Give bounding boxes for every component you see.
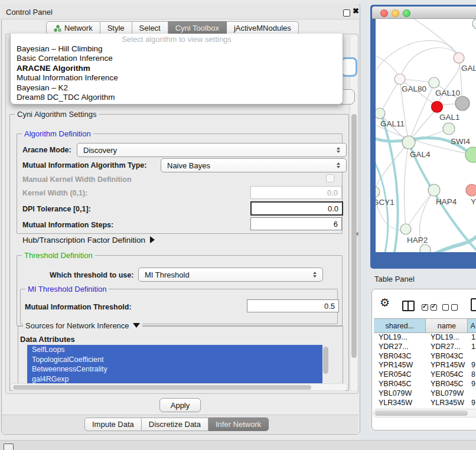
table-row[interactable]: YLR345WYLR345W9. [374,399,476,408]
deselect-all-columns-icon[interactable] [442,302,460,313]
mi-steps-label: Mutual Information Steps: [22,221,113,229]
threshold-legend: Threshold Definition [22,251,95,260]
data-attributes-list[interactable]: SelfLoopsTopologicalCoefficientBetweenne… [27,345,322,384]
which-threshold-select[interactable]: MI Threshold [138,268,323,282]
algorithm-item[interactable]: ARACNE Algorithm [11,64,343,73]
close-panel-icon[interactable]: ✖ [353,6,359,15]
split-columns-icon[interactable] [402,301,415,311]
mi-steps-input[interactable]: 6 [250,217,342,230]
table-cell: YBR045C [427,380,469,389]
algorithm-item[interactable]: Mutual Information Inference [11,73,343,83]
table-row[interactable]: YPR145WYPR145W9. [374,361,476,370]
table-row[interactable]: YIL052CYIL052C9 [374,407,476,408]
split-pane-collapse-icon[interactable] [356,231,358,236]
control-panel-titlebar[interactable] [1,4,359,19]
table-row[interactable]: YDR27...YDR27...12 [374,343,476,352]
node-label: SWI4 [451,137,470,146]
network-edge [376,142,409,188]
table-row[interactable]: YDL19...YDL19...13 [374,333,476,343]
which-threshold-label: Which threshold to use: [50,271,133,279]
float-panel-icon[interactable] [343,9,350,17]
network-node[interactable] [466,184,476,196]
dpi-tolerance-input[interactable]: 0.0 [250,201,343,216]
network-graph[interactable]: GALGAL80GAL10GAL1GAL11SWI4GAL4GCY1HAP4YH… [376,19,476,252]
table-cell: YBL079W [374,389,427,399]
tab-impute-data[interactable]: Impute Data [84,418,142,431]
table-row[interactable]: YBL079WYBL079W [374,389,476,399]
minimize-traffic-light[interactable] [392,9,399,17]
network-node[interactable] [455,96,470,110]
tab-style[interactable]: Style [100,21,132,35]
column-header[interactable]: name [426,318,468,333]
select-all-columns-icon[interactable] [422,302,439,313]
network-node[interactable] [432,102,443,113]
algorithm-item[interactable]: Dream8 DC_TDC Algorithm [11,93,343,102]
control-panel-title: Control Panel [6,8,53,17]
table-row[interactable]: YBR045CYBR045C9. [374,380,476,389]
table-cell: YIL052C [374,407,427,408]
stepper-icon [337,162,340,168]
table-cell [469,352,476,361]
tab-label: Style [107,24,125,32]
column-header[interactable]: A [468,318,476,333]
network-node[interactable] [376,187,380,197]
network-node[interactable] [472,19,476,29]
algorithm-item[interactable]: Bayesian – K2 [11,83,343,93]
table-cell: YER054C [427,370,469,380]
attribute-item[interactable]: SelfLoops [27,345,322,355]
manual-kernel-checkbox[interactable] [326,174,334,182]
which-threshold-value: MI Threshold [145,270,309,279]
apply-button[interactable]: Apply [159,398,201,412]
attribute-item[interactable]: BetweennessCentrality [27,364,322,374]
tab-network[interactable]: Network [46,21,100,35]
network-node[interactable] [420,244,431,252]
network-canvas[interactable]: GALGAL80GAL10GAL1GAL11SWI4GAL4GCY1HAP4YH… [376,19,476,252]
tab-infer-network[interactable]: Infer Network [208,418,269,431]
attributes-scrollbar-thumb[interactable] [323,347,328,374]
node-label: GAL80 [402,84,426,93]
tab-label: Cyni Toolbox [175,24,219,32]
tab-select[interactable]: Select [132,21,168,35]
floating-panel-icon[interactable] [4,444,14,450]
node-label: Y [471,197,476,206]
network-node[interactable] [395,74,405,84]
kernel-width-input[interactable]: 0.0 [250,186,342,199]
network-node[interactable] [443,123,455,135]
aracne-mode-select[interactable]: Discovery [77,143,347,157]
network-node[interactable] [376,108,385,119]
table-cell: 9 [469,407,476,408]
table-cell: YIL052C [427,407,469,408]
network-node[interactable] [400,224,411,234]
tab-jactivemnodules[interactable]: jActiveMNodules [227,21,299,35]
network-node[interactable] [428,184,440,196]
algorithm-item[interactable]: Bayesian – Hill Climbing [11,44,343,54]
network-node[interactable] [402,136,415,149]
network-icon [54,25,61,32]
mi-algorithm-type-select[interactable]: Naive Bayes [161,158,347,172]
table-row[interactable]: YER054CYER054C8. [374,370,476,380]
mi-type-value: Naive Bayes [167,161,333,170]
table-row[interactable]: YBR043CYBR043C [374,352,476,361]
table-cell: 13 [469,333,476,343]
content-hscrollbar-thumb[interactable] [13,385,311,390]
zoom-traffic-light[interactable] [403,9,410,17]
network-node[interactable] [454,53,464,63]
attribute-item[interactable]: gal4RGexp [27,374,322,384]
algorithm-item[interactable]: Basic Correlation Inference [11,54,343,63]
manual-kernel-label: Manual Kernel Width Definition [22,175,132,184]
tab-cyni-toolbox[interactable]: Cyni Toolbox [168,21,227,35]
gear-icon[interactable]: ⚙ [380,297,390,308]
attribute-item[interactable]: TopologicalCoefficient [27,355,322,365]
tab-discretize-data[interactable]: Discretize Data [142,418,208,431]
close-traffic-light[interactable] [380,9,388,17]
mi-threshold-input[interactable]: 0.5 [247,299,339,312]
new-table-icon[interactable] [471,298,476,311]
table-hscrollbar-thumb[interactable] [375,410,468,416]
hub-definition-toggle[interactable]: Hub/Transcription Factor Definition [22,236,155,244]
sources-legend[interactable]: Sources for Network Inference [23,321,142,330]
hub-definition-label: Hub/Transcription Factor Definition [22,236,145,244]
column-header[interactable]: shared... [374,318,426,333]
inference-algorithm-select-fragment[interactable] [341,57,357,77]
network-node[interactable] [429,77,439,88]
network-edge [442,104,456,105]
